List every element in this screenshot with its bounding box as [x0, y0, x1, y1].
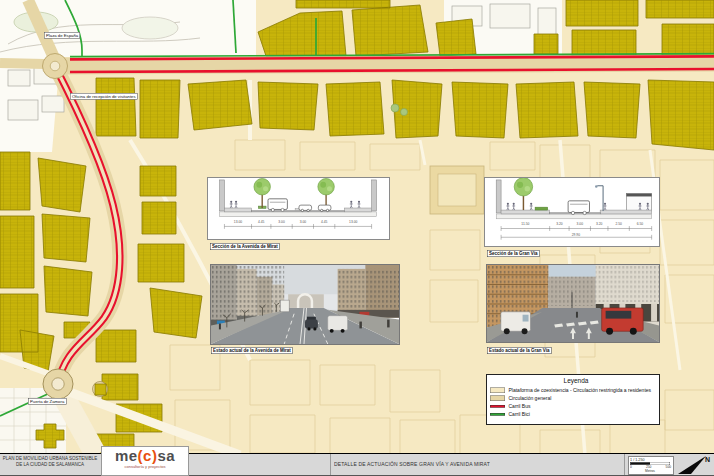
titlebar-divider-1	[330, 454, 331, 475]
scale-unit: Metros	[630, 469, 670, 473]
section-mirat-drawing: 13.00 4.45 3.00 3.00 4.45 13.00	[208, 178, 389, 239]
plaza-mayor	[430, 166, 484, 214]
caption-photo-mirat: Estado actual de la Avenida de Mirat	[211, 347, 293, 354]
svg-text:3.00: 3.00	[300, 220, 307, 224]
title-block: PLAN DE MOVILIDAD URBANA SOSTENIBLE DE L…	[0, 453, 714, 476]
section-drawing-avenida-mirat: 13.00 4.45 3.00 3.00 4.45 13.00	[207, 177, 390, 240]
svg-text:3.00: 3.00	[278, 220, 285, 224]
mecsa-logo-tagline: consultoría y proyectos	[124, 464, 167, 469]
svg-text:3.00: 3.00	[577, 222, 584, 226]
svg-text:4.45: 4.45	[258, 220, 265, 224]
svg-text:13.00: 13.00	[349, 220, 357, 224]
legend-title: Leyenda	[490, 377, 660, 385]
svg-text:3.20: 3.20	[556, 222, 563, 226]
legend: Leyenda Plataforma de coexistencia - Cir…	[486, 374, 660, 425]
plan-sheet: Plaza de España Oficina de recepción de …	[0, 0, 714, 476]
photo-gran-via	[486, 264, 660, 343]
svg-text:6.50: 6.50	[637, 222, 644, 226]
svg-text:11.50: 11.50	[521, 222, 529, 226]
svg-text:2.50: 2.50	[615, 222, 622, 226]
caption-section-granvia: Sección de la Gran Vía	[487, 250, 540, 257]
svg-text:4.45: 4.45	[321, 220, 328, 224]
section-mirat-dimension-line	[224, 224, 371, 229]
mecsa-logo: me(c)sa consultoría y proyectos	[101, 446, 189, 476]
svg-text:3.20: 3.20	[596, 222, 603, 226]
scale-box: 1 / 1.250 0250500 Metros	[628, 456, 674, 475]
svg-text:29.90: 29.90	[572, 233, 580, 237]
roundabout-plaza-espana	[43, 54, 68, 79]
legend-item-coexistencia: Plataforma de coexistencia - Circulación…	[490, 386, 660, 394]
project-title-line2: DE LA CIUDAD DE SALAMANCA	[0, 462, 100, 468]
legend-item-carril-bus: Carril Bus	[490, 402, 660, 410]
label-plaza-espana: Plaza de España	[44, 32, 80, 39]
photo-granvia-image	[487, 265, 659, 342]
mecsa-logo-wordmark: me(c)sa	[102, 448, 188, 465]
legend-swatch-coexistencia	[490, 387, 505, 393]
photo-mirat-image	[211, 265, 399, 344]
section-granvia-bus	[568, 201, 589, 215]
section-granvia-lamp-post	[595, 185, 603, 211]
legend-swatch-circulacion-general	[490, 395, 505, 401]
photo-avenida-mirat	[210, 264, 400, 345]
label-puerta-zamora: Puerta de Zamora	[28, 398, 66, 405]
section-mirat-bus	[268, 199, 287, 212]
legend-swatch-carril-bus	[490, 405, 505, 408]
roundabout-puerta-zamora	[43, 369, 73, 399]
scale-ratio: 1 / 1.250	[630, 458, 674, 462]
caption-section-mirat: Sección de la Avenida de Mirat	[210, 243, 280, 250]
legend-swatch-carril-bici	[490, 413, 505, 416]
north-arrow: N	[676, 454, 712, 476]
legend-item-circulacion-general: Circulación general	[490, 394, 660, 402]
section-drawing-gran-via: 11.50 3.20 3.00 3.20 2.50 6.50 29.90	[484, 177, 660, 247]
svg-text:13.00: 13.00	[234, 220, 242, 224]
small-plaza-circle	[93, 382, 108, 397]
project-title: PLAN DE MOVILIDAD URBANA SOSTENIBLE DE L…	[0, 456, 100, 476]
section-granvia-drawing: 11.50 3.20 3.00 3.20 2.50 6.50 29.90	[485, 178, 659, 246]
caption-photo-granvia: Estado actual de la Gran Vía	[487, 347, 552, 354]
north-label: N	[705, 456, 710, 463]
legend-item-carril-bici: Carril Bici	[490, 410, 660, 418]
label-oficina-visitantes: Oficina de recepción de visitantes	[70, 93, 138, 100]
